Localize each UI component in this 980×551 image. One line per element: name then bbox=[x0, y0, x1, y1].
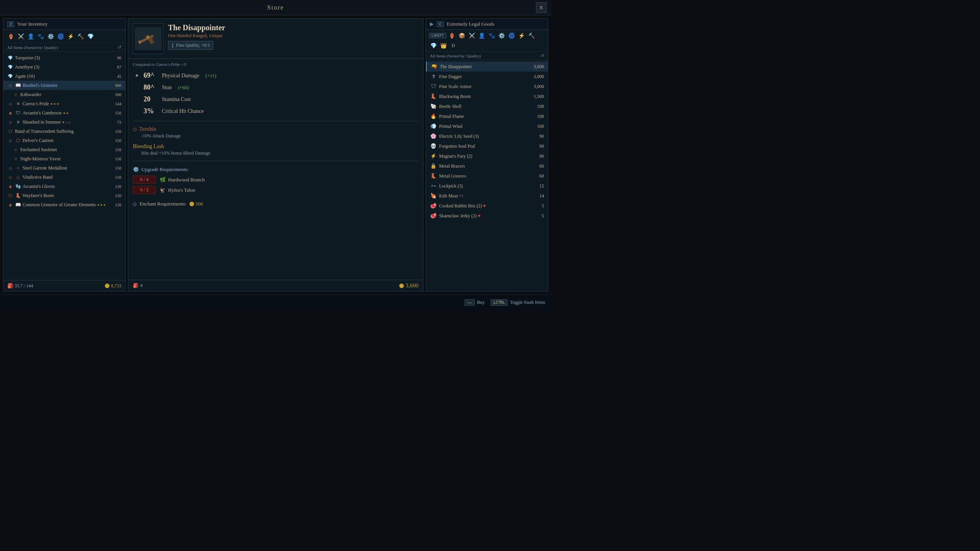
shop-list-item[interactable]: 🥩 Cooked Rabbit Bits (2) ♥ 5 bbox=[426, 201, 548, 211]
item-name: Steel Garrote Medallion bbox=[23, 165, 114, 171]
shop-key: C bbox=[437, 21, 444, 27]
shop-item-name: The Disappointer bbox=[440, 64, 531, 70]
filter-weapon-icon[interactable]: ⚔️ bbox=[16, 32, 25, 41]
shop-header: ▶ C Extremely Legal Goods bbox=[426, 19, 548, 30]
shop-filter-misc-icon[interactable]: ⚙️ bbox=[498, 31, 506, 40]
item-icon: ◇ bbox=[7, 101, 13, 107]
item-value: 144 bbox=[115, 101, 122, 106]
shop-list-item[interactable]: ⚡ Magran's Fury (2) 90 bbox=[426, 151, 548, 161]
shop-item-icon: 💀 bbox=[430, 143, 437, 149]
list-item[interactable]: ◇ ◇ Vindictive Band 150 bbox=[3, 173, 125, 182]
item-value: 150 bbox=[115, 129, 122, 134]
filter-craft-icon[interactable]: 🔨 bbox=[76, 32, 85, 41]
shop-list-item[interactable]: 👢 Metal Greaves 60 bbox=[426, 171, 548, 181]
item-price: 3,600 bbox=[399, 282, 418, 289]
list-item[interactable]: ○ Enchanted Suolenet 150 bbox=[3, 145, 125, 154]
filter-magic-icon[interactable]: 🌀 bbox=[56, 32, 65, 41]
shop-filter-box-icon[interactable]: 📦 bbox=[458, 31, 466, 40]
window-title: Store bbox=[267, 4, 284, 11]
shop-filter-craft-icon[interactable]: 🔨 bbox=[528, 31, 536, 40]
filter-gem-icon[interactable]: 💎 bbox=[86, 32, 95, 41]
upgrade-row-1: 0 / 4 🌿 Hardwood Branch bbox=[133, 176, 418, 184]
buy-key[interactable]: —— bbox=[465, 299, 475, 306]
shop-list-item[interactable]: 🔒 Metal Bracers 60 bbox=[426, 161, 548, 171]
filter-all-icon[interactable]: 🏺 bbox=[7, 32, 15, 41]
shop-item-icon: 🔒 bbox=[430, 163, 437, 169]
shop-item-icon: ⚡ bbox=[430, 153, 437, 159]
sort-refresh-icon[interactable]: ↺ bbox=[118, 45, 121, 50]
filter-creature-icon[interactable]: 🐾 bbox=[36, 32, 45, 41]
shop-item-price: 14 bbox=[539, 193, 544, 199]
shop-list-item[interactable]: 👢 Blackwing Boots 1,500 bbox=[426, 91, 548, 101]
shop-filter-magic-icon[interactable]: 🌀 bbox=[508, 31, 516, 40]
trait-bleeding-lash: Bleeding Lash Hits deal +10% bonus Bleed… bbox=[128, 141, 423, 158]
shop-list-item[interactable]: 🔥 Primal Flame 100 bbox=[426, 111, 548, 121]
list-item[interactable]: ○ Night-Mistress' Favor 150 bbox=[3, 154, 125, 163]
shop-item-name: Blackwing Boots bbox=[439, 94, 531, 99]
list-item[interactable]: ◇ ⬡ Delver's Caution 150 bbox=[3, 136, 125, 145]
shop-list-item[interactable]: 💀 Forgotten Soul Pod 90 bbox=[426, 141, 548, 151]
list-item[interactable]: ◇ 📖 Beothel's Grimoire 900 bbox=[3, 81, 125, 90]
shop-sort-refresh-icon[interactable]: ↺ bbox=[541, 53, 544, 58]
shop-filter-crown-icon[interactable]: 👑 bbox=[439, 41, 448, 50]
shop-list-item[interactable]: 🌸 Electric Lily Seed (3) 90 bbox=[426, 131, 548, 141]
list-item[interactable]: ⬡ 👢 Wayfarer's Boots 120 bbox=[3, 191, 125, 200]
shop-filter-all-icon[interactable]: 🏺 bbox=[448, 31, 456, 40]
list-item[interactable]: ◈ 📖 Common Grimoire of Greater Elements … bbox=[3, 200, 125, 209]
list-item[interactable]: 💎 Agate (10) 45 bbox=[3, 72, 125, 81]
list-item[interactable]: ○ Kithwarder 300 bbox=[3, 90, 125, 99]
list-item[interactable]: ◇ ✕ Caeroc's Pride ✦✦✦ 144 bbox=[3, 99, 125, 108]
filter-energy-icon[interactable]: ⚡ bbox=[66, 32, 75, 41]
list-item[interactable]: ◇ ○ Steel Garrote Medallion 150 bbox=[3, 163, 125, 173]
stat-row-stamina: 20 Stamina Cost bbox=[133, 93, 418, 105]
toggle-label: Toggle Stash Items bbox=[510, 300, 545, 305]
item-main-name: The Disappointer bbox=[168, 23, 418, 32]
comparison-text: Compared to Caeroc's Pride +3: bbox=[128, 59, 423, 68]
shop-list-item[interactable]: 🔫 The Disappointer 3,600 bbox=[426, 62, 548, 72]
item-icon-2: 📖 bbox=[15, 202, 21, 208]
shop-list-item[interactable]: 🗡 Fine Dagger 3,000 bbox=[426, 72, 548, 82]
shop-filter-armor-icon[interactable]: 👤 bbox=[478, 31, 486, 40]
item-icon: ◈ bbox=[7, 183, 13, 189]
list-item[interactable]: ◈ 🧤 Arcanist's Gloves 120 bbox=[3, 182, 125, 191]
inventory-header: Z Your Inventory bbox=[3, 19, 125, 30]
item-name: Sheathed in Summer ✦☆◇ bbox=[23, 119, 116, 125]
shop-filter-d-icon[interactable]: D bbox=[449, 41, 457, 50]
item-value: 900 bbox=[115, 83, 122, 88]
shop-list-item[interactable]: 🗝 Lockpick (3) 15 bbox=[426, 181, 548, 191]
shop-item-name: Metal Bracers bbox=[439, 163, 537, 169]
stat-row-physical: ✦ 69^ Physical Damage (+11) bbox=[133, 70, 418, 82]
item-value: 150 bbox=[115, 156, 122, 161]
trait-bad-desc: -10% Attack Damage bbox=[133, 133, 418, 139]
list-item[interactable]: ◈ 🛡 Arcanist's Gambeson ✦✦ 150 bbox=[3, 108, 125, 117]
list-item[interactable]: ⬡ Band of Transcendent Suffering 150 bbox=[3, 127, 125, 136]
item-icon: 💎 bbox=[7, 73, 13, 79]
shop-filter-creature-icon[interactable]: 🐾 bbox=[488, 31, 496, 40]
shop-list-item[interactable]: 🐚 Beetle Shell 100 bbox=[426, 101, 548, 111]
list-item[interactable]: 💎 Amethyst (3) 67 bbox=[3, 62, 125, 72]
list-item[interactable]: ◇ ✕ Sheathed in Summer ✦☆◇ 72 bbox=[3, 117, 125, 127]
enchant-section: ◇ Enchant Requirements: 500 bbox=[128, 199, 423, 210]
item-name: Enchanted Suolenet bbox=[20, 147, 114, 153]
toggle-key[interactable]: LCTRL bbox=[491, 299, 508, 306]
item-name: Band of Transcendent Suffering bbox=[15, 129, 114, 134]
shop-item-icon: 💨 bbox=[430, 123, 437, 129]
shop-list-item[interactable]: 🍖 Kith Meat ↑↑ 14 bbox=[426, 191, 548, 201]
enchant-diamond-icon: ◇ bbox=[133, 201, 137, 207]
shop-list-item[interactable]: 🛡 Fine Scale Armor 3,000 bbox=[426, 82, 548, 91]
upgrade-title: ⚙️ Upgrade Requirements: bbox=[133, 166, 418, 173]
item-icon: ⬡ bbox=[7, 192, 13, 199]
shop-list-item[interactable]: 🥩 Skaenclaw Jerky (2) ♥ 5 bbox=[426, 211, 548, 221]
inventory-filter-bar: 🏺 ⚔️ 👤 🐾 ⚙️ 🌀 ⚡ 🔨 💎 bbox=[3, 30, 125, 43]
filter-armor-icon[interactable]: 👤 bbox=[26, 32, 35, 41]
item-name: Arcanist's Gloves bbox=[23, 184, 114, 189]
filter-misc-icon[interactable]: ⚙️ bbox=[46, 32, 55, 41]
close-button[interactable]: X bbox=[536, 2, 547, 13]
shop-item-price: 60 bbox=[539, 173, 544, 179]
list-item[interactable]: 💎 Turquoise (3) 90 bbox=[3, 53, 125, 62]
shop-filter-energy-icon[interactable]: ⚡ bbox=[518, 31, 526, 40]
shop-filter-gem-icon[interactable]: 💎 bbox=[429, 41, 438, 50]
item-icon: ◇ bbox=[7, 174, 13, 180]
shop-list-item[interactable]: 💨 Primal Wind 100 bbox=[426, 121, 548, 131]
shop-filter-weapon-icon[interactable]: ⚔️ bbox=[468, 31, 476, 40]
